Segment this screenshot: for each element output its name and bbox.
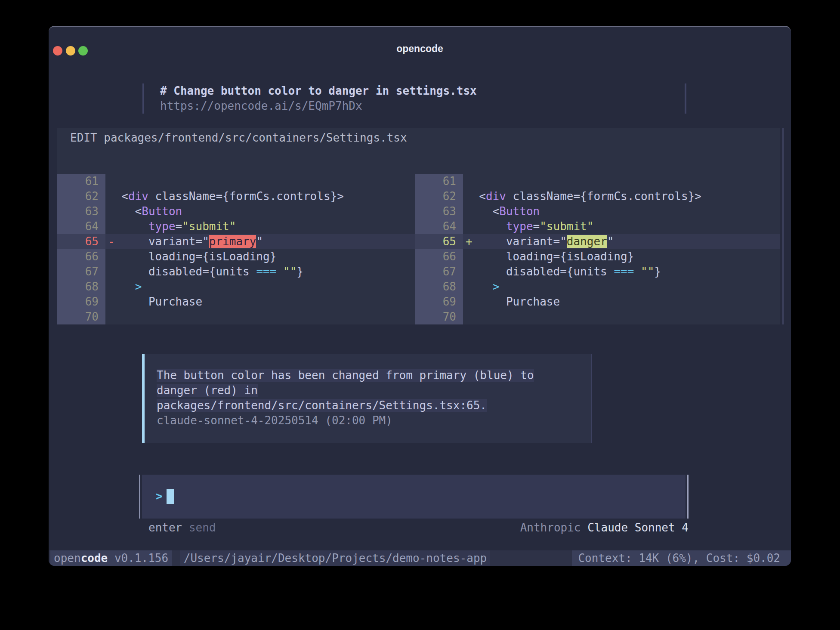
diff-row: 61: [57, 174, 415, 189]
diff-row: 63 <Button: [57, 204, 415, 219]
diff-pane-before: 6162 <div className={formCs.controls}>63…: [57, 174, 415, 324]
code-line: [105, 174, 415, 189]
line-number: 63: [57, 204, 105, 219]
code-line: [463, 174, 780, 189]
diff-row: 65- variant="primary": [57, 234, 415, 249]
diff-pane-after: 6162 <div className={formCs.controls}>63…: [415, 174, 780, 324]
code-line: <div className={formCs.controls}>: [463, 189, 780, 204]
line-number: 67: [415, 264, 463, 279]
line-number: 64: [57, 219, 105, 234]
diff-row: 68 >: [57, 279, 415, 294]
assistant-message: The button color has been changed from p…: [142, 354, 592, 443]
provider-name: Anthropic: [520, 521, 581, 534]
diff-row: 64 type="submit": [57, 219, 415, 234]
opencode-window: opencode # Change button color to danger…: [49, 26, 791, 566]
prompt-input[interactable]: >: [142, 475, 686, 519]
working-directory: /Users/jayair/Desktop/Projects/demo-note…: [180, 550, 490, 566]
diff-row: 69 Purchase: [57, 294, 415, 309]
session-share-link[interactable]: https://opencode.ai/s/EQmP7hDx: [160, 99, 685, 114]
input-right-border: [687, 475, 689, 519]
edit-tool-header: EDIT packages/frontend/src/containers/Se…: [57, 130, 780, 145]
diff-row: 68 >: [415, 279, 780, 294]
diff-row: 66 loading={isLoading}: [57, 249, 415, 264]
diff-view: 6162 <div className={formCs.controls}>63…: [57, 174, 780, 324]
code-line: [463, 309, 780, 324]
line-number: 62: [415, 189, 463, 204]
send-hint: enter send: [148, 520, 216, 535]
code-line: disabled={units === ""}: [463, 264, 780, 279]
prompt-chevron-icon: >: [156, 489, 163, 504]
message-line: danger (red) in: [157, 383, 591, 398]
send-action-label: send: [189, 521, 216, 534]
diff-row: 69 Purchase: [415, 294, 780, 309]
app-name-open: open: [54, 552, 81, 565]
diff-row: 67 disabled={units === ""}: [415, 264, 780, 279]
window-title: opencode: [49, 43, 791, 55]
line-number: 66: [57, 249, 105, 264]
diff-row: 66 loading={isLoading}: [415, 249, 780, 264]
status-bar: opencode v0.1.156 /Users/jayair/Desktop/…: [49, 550, 791, 566]
code-line: disabled={units === ""}: [105, 264, 415, 279]
line-number: 65: [415, 234, 463, 249]
code-line: >: [105, 279, 415, 294]
model-indicator: Anthropic Claude Sonnet 4: [520, 520, 689, 535]
session-header: # Change button color to danger in setti…: [142, 83, 686, 114]
prompt-line: >: [156, 489, 686, 504]
session-title: # Change button color to danger in setti…: [160, 83, 685, 99]
line-number: 64: [415, 219, 463, 234]
message-line: claude-sonnet-4-20250514 (02:00 PM): [157, 413, 591, 428]
provider-model-space: [581, 521, 588, 534]
text-cursor: [167, 489, 174, 504]
enter-key-hint: enter: [148, 521, 182, 534]
code-line: type="submit": [105, 219, 415, 234]
line-number: 69: [57, 294, 105, 309]
code-line: >: [463, 279, 780, 294]
code-line: loading={isLoading}: [463, 249, 780, 264]
code-line: <div className={formCs.controls}>: [105, 189, 415, 204]
edit-tool-panel: EDIT packages/frontend/src/containers/Se…: [57, 128, 780, 324]
line-number: 68: [57, 279, 105, 294]
message-line: The button color has been changed from p…: [157, 368, 591, 383]
diff-row: 70: [57, 309, 415, 324]
line-number: 68: [415, 279, 463, 294]
app-version: v0.1.156: [108, 552, 168, 565]
diff-row: 62 <div className={formCs.controls}>: [415, 189, 780, 204]
send-action-hint: [182, 521, 189, 534]
code-line: loading={isLoading}: [105, 249, 415, 264]
model-name: Claude Sonnet 4: [587, 521, 689, 534]
app-version-segment: opencode v0.1.156: [50, 550, 172, 566]
screen: opencode # Change button color to danger…: [0, 0, 840, 630]
line-number: 69: [415, 294, 463, 309]
input-hint-row: enter send Anthropic Claude Sonnet 4: [49, 520, 791, 535]
line-number: 62: [57, 189, 105, 204]
diff-row: 64 type="submit": [415, 219, 780, 234]
input-left-border: [139, 475, 140, 519]
diff-row: 61: [415, 174, 780, 189]
assistant-message-text: The button color has been changed from p…: [157, 368, 591, 428]
code-line: type="submit": [463, 219, 780, 234]
line-number: 70: [415, 309, 463, 324]
code-line: Purchase: [105, 294, 415, 309]
line-number: 61: [415, 174, 463, 189]
app-name-code: code: [81, 552, 108, 565]
diff-row: 63 <Button: [415, 204, 780, 219]
diff-row: 67 disabled={units === ""}: [57, 264, 415, 279]
titlebar: opencode: [49, 27, 791, 57]
code-line: <Button: [463, 204, 780, 219]
diff-row: 62 <div className={formCs.controls}>: [57, 189, 415, 204]
code-line: Purchase: [463, 294, 780, 309]
code-line: - variant="primary": [105, 234, 415, 249]
edit-panel-scrollbar: [782, 128, 784, 324]
line-number: 66: [415, 249, 463, 264]
code-line: <Button: [105, 204, 415, 219]
code-line: [105, 309, 415, 324]
message-line: packages/frontend/src/containers/Setting…: [157, 398, 591, 413]
diff-row: 65+ variant="danger": [415, 234, 780, 249]
line-number: 65: [57, 234, 105, 249]
line-number: 61: [57, 174, 105, 189]
context-cost-segment: Context: 14K (6%), Cost: $0.02: [572, 550, 791, 566]
code-line: + variant="danger": [463, 234, 780, 249]
diff-row: 70: [415, 309, 780, 324]
line-number: 63: [415, 204, 463, 219]
line-number: 70: [57, 309, 105, 324]
